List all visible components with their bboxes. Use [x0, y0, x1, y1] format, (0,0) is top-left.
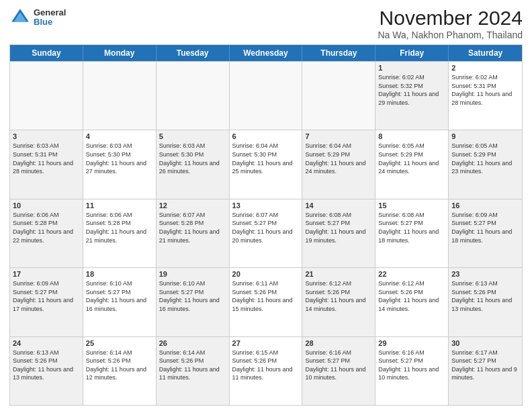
- day-number: 11: [86, 201, 153, 210]
- header: General Blue November 2024 Na Wa, Nakhon…: [9, 7, 523, 40]
- day-number: 6: [232, 132, 300, 140]
- cell-text: Sunrise: 6:10 AM Sunset: 5:27 PM Dayligh…: [86, 279, 153, 313]
- cell-text: Sunrise: 6:07 AM Sunset: 5:27 PM Dayligh…: [232, 211, 300, 244]
- day-number: 10: [13, 201, 80, 210]
- cell-text: Sunrise: 6:04 AM Sunset: 5:29 PM Dayligh…: [305, 142, 372, 175]
- calendar-cell-4-1: 25Sunrise: 6:14 AM Sunset: 5:26 PM Dayli…: [83, 337, 157, 405]
- calendar-cell-1-3: 6Sunrise: 6:04 AM Sunset: 5:30 PM Daylig…: [230, 130, 303, 198]
- calendar-cell-2-6: 16Sunrise: 6:09 AM Sunset: 5:27 PM Dayli…: [449, 199, 522, 267]
- calendar-cell-3-3: 20Sunrise: 6:11 AM Sunset: 5:26 PM Dayli…: [230, 268, 303, 336]
- calendar-cell-3-6: 23Sunrise: 6:13 AM Sunset: 5:26 PM Dayli…: [449, 268, 522, 336]
- day-number: 25: [86, 339, 153, 347]
- calendar-cell-2-1: 11Sunrise: 6:06 AM Sunset: 5:28 PM Dayli…: [83, 199, 157, 267]
- cell-text: Sunrise: 6:11 AM Sunset: 5:26 PM Dayligh…: [232, 279, 300, 313]
- cell-text: Sunrise: 6:10 AM Sunset: 5:27 PM Dayligh…: [159, 279, 226, 313]
- day-number: 4: [86, 132, 153, 140]
- calendar-cell-1-6: 9Sunrise: 6:05 AM Sunset: 5:29 PM Daylig…: [449, 130, 522, 198]
- cell-text: Sunrise: 6:13 AM Sunset: 5:26 PM Dayligh…: [13, 349, 80, 382]
- calendar-body: 1Sunrise: 6:02 AM Sunset: 5:32 PM Daylig…: [10, 61, 522, 405]
- calendar-row-1: 3Sunrise: 6:03 AM Sunset: 5:31 PM Daylig…: [10, 130, 522, 198]
- logo-text: General Blue: [34, 8, 66, 28]
- cell-text: Sunrise: 6:08 AM Sunset: 5:27 PM Dayligh…: [378, 211, 445, 244]
- cell-text: Sunrise: 6:06 AM Sunset: 5:28 PM Dayligh…: [86, 211, 153, 244]
- day-number: 29: [378, 339, 445, 347]
- cell-text: Sunrise: 6:12 AM Sunset: 5:26 PM Dayligh…: [378, 279, 445, 313]
- cell-text: Sunrise: 6:16 AM Sunset: 5:27 PM Dayligh…: [305, 349, 372, 382]
- day-number: 19: [159, 270, 226, 278]
- calendar-cell-0-5: 1Sunrise: 6:02 AM Sunset: 5:32 PM Daylig…: [375, 62, 449, 130]
- calendar-cell-4-6: 30Sunrise: 6:17 AM Sunset: 5:27 PM Dayli…: [449, 337, 522, 405]
- cell-text: Sunrise: 6:15 AM Sunset: 5:26 PM Dayligh…: [232, 349, 300, 382]
- calendar-cell-3-5: 22Sunrise: 6:12 AM Sunset: 5:26 PM Dayli…: [375, 268, 449, 336]
- cell-text: Sunrise: 6:02 AM Sunset: 5:31 PM Dayligh…: [451, 73, 519, 107]
- day-number: 1: [378, 64, 445, 72]
- cell-text: Sunrise: 6:02 AM Sunset: 5:32 PM Dayligh…: [378, 73, 445, 107]
- cell-text: Sunrise: 6:09 AM Sunset: 5:27 PM Dayligh…: [451, 211, 519, 244]
- calendar-cell-1-2: 5Sunrise: 6:03 AM Sunset: 5:30 PM Daylig…: [157, 130, 230, 198]
- weekday-header-friday: Friday: [375, 45, 449, 61]
- cell-text: Sunrise: 6:03 AM Sunset: 5:30 PM Dayligh…: [159, 142, 226, 175]
- calendar-cell-4-0: 24Sunrise: 6:13 AM Sunset: 5:26 PM Dayli…: [10, 337, 83, 405]
- calendar-row-4: 24Sunrise: 6:13 AM Sunset: 5:26 PM Dayli…: [10, 336, 522, 405]
- day-number: 27: [232, 339, 300, 347]
- cell-text: Sunrise: 6:05 AM Sunset: 5:29 PM Dayligh…: [378, 142, 445, 175]
- day-number: 12: [159, 201, 226, 210]
- cell-text: Sunrise: 6:14 AM Sunset: 5:26 PM Dayligh…: [86, 349, 153, 382]
- calendar-cell-4-2: 26Sunrise: 6:14 AM Sunset: 5:26 PM Dayli…: [157, 337, 230, 405]
- calendar-cell-3-0: 17Sunrise: 6:09 AM Sunset: 5:27 PM Dayli…: [10, 268, 83, 336]
- month-title: November 2024: [378, 7, 523, 30]
- logo: General Blue: [9, 7, 66, 28]
- calendar: SundayMondayTuesdayWednesdayThursdayFrid…: [9, 44, 523, 406]
- calendar-cell-3-2: 19Sunrise: 6:10 AM Sunset: 5:27 PM Dayli…: [157, 268, 230, 336]
- cell-text: Sunrise: 6:14 AM Sunset: 5:26 PM Dayligh…: [159, 349, 226, 382]
- calendar-cell-2-4: 14Sunrise: 6:08 AM Sunset: 5:27 PM Dayli…: [302, 199, 375, 267]
- cell-text: Sunrise: 6:12 AM Sunset: 5:26 PM Dayligh…: [305, 279, 372, 313]
- title-area: November 2024 Na Wa, Nakhon Phanom, Thai…: [378, 7, 523, 40]
- calendar-header: SundayMondayTuesdayWednesdayThursdayFrid…: [10, 45, 522, 61]
- calendar-cell-1-5: 8Sunrise: 6:05 AM Sunset: 5:29 PM Daylig…: [375, 130, 449, 198]
- calendar-cell-4-5: 29Sunrise: 6:16 AM Sunset: 5:27 PM Dayli…: [375, 337, 449, 405]
- cell-text: Sunrise: 6:17 AM Sunset: 5:27 PM Dayligh…: [451, 349, 519, 382]
- logo-icon: [9, 7, 31, 28]
- day-number: 13: [232, 201, 300, 210]
- page: General Blue November 2024 Na Wa, Nakhon…: [0, 0, 532, 411]
- weekday-header-saturday: Saturday: [449, 45, 522, 61]
- weekday-header-sunday: Sunday: [10, 45, 83, 61]
- day-number: 24: [13, 339, 80, 347]
- cell-text: Sunrise: 6:08 AM Sunset: 5:27 PM Dayligh…: [305, 211, 372, 244]
- cell-text: Sunrise: 6:16 AM Sunset: 5:27 PM Dayligh…: [378, 349, 445, 382]
- weekday-header-thursday: Thursday: [302, 45, 375, 61]
- cell-text: Sunrise: 6:05 AM Sunset: 5:29 PM Dayligh…: [451, 142, 519, 175]
- logo-blue: Blue: [34, 17, 66, 27]
- cell-text: Sunrise: 6:13 AM Sunset: 5:26 PM Dayligh…: [451, 279, 519, 313]
- cell-text: Sunrise: 6:06 AM Sunset: 5:28 PM Dayligh…: [13, 211, 80, 244]
- cell-text: Sunrise: 6:04 AM Sunset: 5:30 PM Dayligh…: [232, 142, 300, 175]
- day-number: 21: [305, 270, 372, 278]
- day-number: 23: [451, 270, 519, 278]
- cell-text: Sunrise: 6:03 AM Sunset: 5:31 PM Dayligh…: [13, 142, 80, 175]
- day-number: 28: [305, 339, 372, 347]
- day-number: 7: [305, 132, 372, 140]
- calendar-cell-0-2: [157, 62, 230, 130]
- calendar-cell-1-4: 7Sunrise: 6:04 AM Sunset: 5:29 PM Daylig…: [302, 130, 375, 198]
- day-number: 18: [86, 270, 153, 278]
- cell-text: Sunrise: 6:07 AM Sunset: 5:28 PM Dayligh…: [159, 211, 226, 244]
- calendar-row-3: 17Sunrise: 6:09 AM Sunset: 5:27 PM Dayli…: [10, 267, 522, 336]
- day-number: 16: [451, 201, 519, 210]
- calendar-cell-2-3: 13Sunrise: 6:07 AM Sunset: 5:27 PM Dayli…: [230, 199, 303, 267]
- weekday-header-tuesday: Tuesday: [157, 45, 230, 61]
- day-number: 9: [451, 132, 519, 140]
- day-number: 8: [378, 132, 445, 140]
- calendar-cell-2-5: 15Sunrise: 6:08 AM Sunset: 5:27 PM Dayli…: [375, 199, 449, 267]
- calendar-cell-0-3: [230, 62, 303, 130]
- logo-general: General: [34, 8, 66, 17]
- day-number: 22: [378, 270, 445, 278]
- calendar-cell-0-6: 2Sunrise: 6:02 AM Sunset: 5:31 PM Daylig…: [449, 62, 522, 130]
- calendar-cell-2-2: 12Sunrise: 6:07 AM Sunset: 5:28 PM Dayli…: [157, 199, 230, 267]
- calendar-cell-2-0: 10Sunrise: 6:06 AM Sunset: 5:28 PM Dayli…: [10, 199, 83, 267]
- calendar-cell-0-1: [83, 62, 157, 130]
- cell-text: Sunrise: 6:03 AM Sunset: 5:30 PM Dayligh…: [86, 142, 153, 175]
- day-number: 26: [159, 339, 226, 347]
- calendar-cell-3-4: 21Sunrise: 6:12 AM Sunset: 5:26 PM Dayli…: [302, 268, 375, 336]
- calendar-cell-0-4: [302, 62, 375, 130]
